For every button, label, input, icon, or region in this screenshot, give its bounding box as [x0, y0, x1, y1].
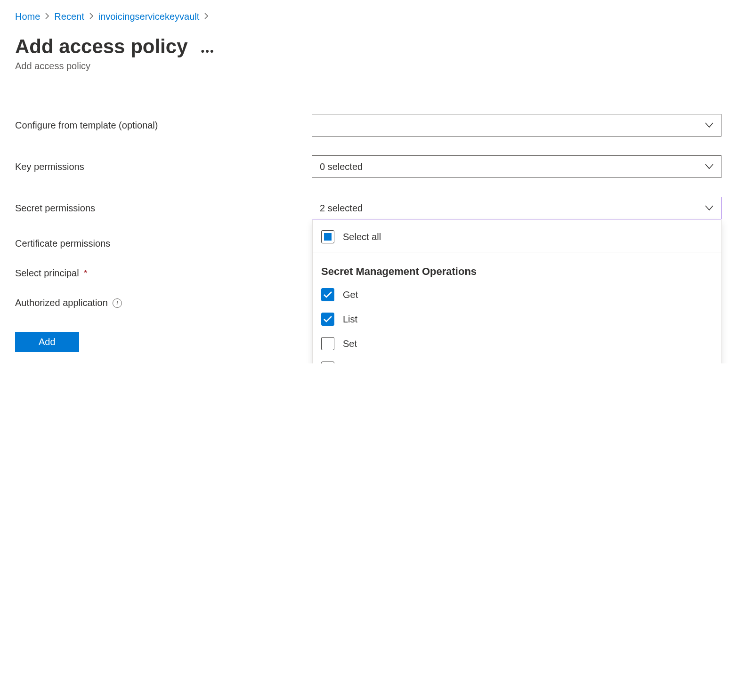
permission-option[interactable]: Set: [319, 331, 715, 356]
permission-option-label: List: [343, 314, 357, 325]
breadcrumb: Home Recent invoicingservicekeyvault: [15, 11, 722, 22]
required-star-icon: *: [84, 268, 88, 279]
authorized-application-label: Authorized application i: [15, 298, 312, 308]
key-permissions-select[interactable]: 0 selected: [312, 155, 721, 178]
chevron-right-icon: [89, 13, 94, 21]
key-permissions-value: 0 selected: [320, 161, 363, 172]
chevron-right-icon: [204, 13, 209, 21]
breadcrumb-home[interactable]: Home: [15, 11, 40, 22]
secret-permissions-dropdown: Select allSecret Management OperationsGe…: [312, 220, 722, 363]
page-title: Add access policy: [15, 35, 188, 58]
certificate-permissions-label: Certificate permissions: [15, 238, 312, 249]
checkbox-icon[interactable]: [321, 362, 334, 363]
breadcrumb-recent[interactable]: Recent: [54, 11, 84, 22]
key-permissions-label: Key permissions: [15, 161, 312, 172]
more-icon[interactable]: •••: [201, 45, 215, 57]
chevron-down-icon: [705, 205, 713, 211]
dropdown-group-heading: Secret Management Operations: [319, 257, 715, 282]
checkbox-icon[interactable]: [321, 230, 334, 243]
permission-option[interactable]: Get: [319, 282, 715, 307]
secret-permissions-label: Secret permissions: [15, 203, 312, 214]
checkbox-icon[interactable]: [321, 337, 334, 350]
chevron-down-icon: [705, 122, 713, 128]
checkbox-icon[interactable]: [321, 313, 334, 326]
chevron-right-icon: [45, 13, 49, 21]
select-principal-label: Select principal *: [15, 268, 312, 279]
add-button[interactable]: Add: [15, 332, 79, 352]
breadcrumb-keyvault[interactable]: invoicingservicekeyvault: [98, 11, 200, 22]
template-label: Configure from template (optional): [15, 120, 312, 131]
permission-option-label: Set: [343, 338, 357, 349]
permission-option-label: Delete: [343, 363, 370, 364]
chevron-down-icon: [705, 164, 713, 169]
select-all-option[interactable]: Select all: [319, 225, 715, 249]
page-subtitle: Add access policy: [15, 61, 722, 72]
permission-option[interactable]: List: [319, 307, 715, 331]
select-all-label: Select all: [343, 232, 381, 242]
permission-option-label: Get: [343, 290, 358, 300]
secret-permissions-value: 2 selected: [320, 203, 363, 214]
secret-permissions-select[interactable]: 2 selected Select allSecret Management O…: [312, 197, 721, 219]
permission-option[interactable]: Delete: [319, 356, 715, 363]
checkbox-icon[interactable]: [321, 288, 334, 301]
template-select[interactable]: [312, 114, 721, 137]
info-icon[interactable]: i: [113, 298, 122, 308]
